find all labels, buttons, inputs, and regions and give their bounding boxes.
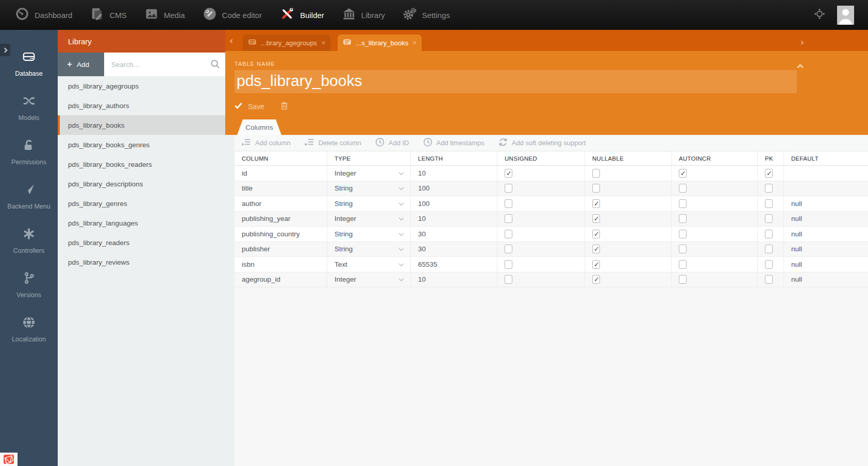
cell-default[interactable]: [784, 181, 868, 196]
autoincr-checkbox[interactable]: [679, 214, 687, 223]
nullable-checkbox[interactable]: [592, 275, 600, 284]
collapse-panel-button[interactable]: [798, 63, 803, 71]
unsigned-checkbox[interactable]: [505, 275, 512, 284]
cell-default[interactable]: null: [784, 196, 868, 211]
cell-length[interactable]: 100: [411, 181, 497, 196]
unsigned-checkbox[interactable]: [505, 260, 512, 269]
pk-checkbox[interactable]: [765, 214, 773, 223]
autoincr-checkbox[interactable]: [679, 184, 687, 193]
type-select[interactable]: String: [327, 181, 411, 196]
autoincr-checkbox[interactable]: [679, 275, 687, 284]
unsigned-checkbox[interactable]: [505, 169, 512, 178]
type-select[interactable]: Integer: [327, 212, 411, 227]
type-select[interactable]: Integer: [327, 166, 411, 181]
tab-agegroups[interactable]: ...brary_agegroups ×: [243, 34, 330, 51]
delete-column-button[interactable]: Delete column: [305, 137, 361, 148]
add-soft-delete-button[interactable]: Add soft deleting support: [498, 137, 586, 148]
cell-column-name[interactable]: agegroup_id: [235, 272, 327, 287]
pk-checkbox[interactable]: [765, 230, 773, 238]
close-icon[interactable]: ×: [321, 39, 325, 46]
list-item[interactable]: pds_library_genres: [58, 194, 225, 213]
tabs-scroll-left-button[interactable]: [228, 34, 236, 46]
unsigned-checkbox[interactable]: [505, 199, 512, 208]
sidebar-item-backend-menu[interactable]: Backend Menu: [0, 174, 58, 218]
cell-default[interactable]: null: [784, 227, 868, 241]
tab-columns[interactable]: Columns: [237, 119, 281, 135]
pk-checkbox[interactable]: [765, 169, 773, 178]
cell-column-name[interactable]: publisher: [235, 242, 327, 257]
nav-item-library[interactable]: Library: [333, 0, 394, 30]
nullable-checkbox[interactable]: [592, 214, 600, 223]
nav-item-builder[interactable]: Builder: [271, 0, 333, 30]
autoincr-checkbox[interactable]: [679, 199, 687, 208]
cell-length[interactable]: 100: [411, 196, 497, 211]
cell-length[interactable]: 30: [411, 227, 497, 241]
autoincr-checkbox[interactable]: [679, 230, 687, 238]
cell-length[interactable]: 30: [411, 242, 497, 257]
list-item[interactable]: pds_library_reviews: [58, 252, 225, 272]
autoincr-checkbox[interactable]: [679, 169, 687, 178]
nav-item-media[interactable]: Media: [136, 0, 194, 30]
unsigned-checkbox[interactable]: [505, 230, 512, 238]
close-icon[interactable]: ×: [412, 39, 416, 46]
cell-default[interactable]: null: [784, 242, 868, 257]
sidebar-item-permissions[interactable]: Permissions: [0, 130, 58, 174]
nullable-checkbox[interactable]: [592, 169, 600, 178]
cell-column-name[interactable]: title: [235, 181, 327, 196]
crosshair-icon[interactable]: [813, 8, 826, 22]
type-select[interactable]: String: [327, 242, 411, 257]
pk-checkbox[interactable]: [765, 275, 773, 284]
cell-column-name[interactable]: isbn: [235, 257, 327, 272]
type-select[interactable]: String: [327, 227, 411, 241]
nullable-checkbox[interactable]: [592, 230, 600, 238]
autoincr-checkbox[interactable]: [679, 260, 687, 269]
unsigned-checkbox[interactable]: [505, 184, 512, 193]
cell-default[interactable]: null: [784, 212, 868, 227]
list-item[interactable]: pds_library_books_readers: [58, 154, 225, 174]
unsigned-checkbox[interactable]: [505, 214, 512, 223]
nullable-checkbox[interactable]: [592, 260, 600, 269]
sidebar-item-models[interactable]: Models: [0, 85, 58, 130]
cell-default[interactable]: null: [784, 272, 868, 287]
nav-item-code-editor[interactable]: Code editor: [194, 0, 271, 30]
type-select[interactable]: Text: [327, 257, 411, 272]
nav-item-settings[interactable]: Settings: [394, 0, 459, 30]
pk-checkbox[interactable]: [765, 184, 773, 193]
cell-column-name[interactable]: publishing_country: [235, 227, 327, 241]
cell-length[interactable]: 10: [411, 166, 497, 181]
cell-default[interactable]: [784, 166, 868, 181]
nullable-checkbox[interactable]: [592, 245, 600, 253]
add-column-button[interactable]: Add column: [241, 137, 291, 148]
search-input[interactable]: [104, 53, 225, 76]
sidebar-item-controllers[interactable]: Controllers: [0, 218, 58, 263]
cell-default[interactable]: null: [784, 257, 868, 272]
tabs-scroll-right-button[interactable]: [798, 36, 806, 48]
list-item-selected[interactable]: pds_library_books: [58, 115, 225, 135]
nav-item-cms[interactable]: CMS: [81, 0, 135, 30]
add-id-button[interactable]: Add ID: [375, 137, 409, 148]
pk-checkbox[interactable]: [765, 199, 773, 208]
nav-item-dashboard[interactable]: Dashboard: [6, 0, 81, 30]
nullable-checkbox[interactable]: [592, 184, 600, 193]
cell-column-name[interactable]: id: [235, 166, 327, 181]
type-select[interactable]: Integer: [327, 272, 411, 287]
nullable-checkbox[interactable]: [592, 199, 600, 208]
cell-column-name[interactable]: publishing_year: [235, 212, 327, 227]
cell-column-name[interactable]: author: [235, 196, 327, 211]
sidebar-item-localization[interactable]: Localization: [0, 307, 58, 351]
type-select[interactable]: String: [327, 196, 411, 211]
add-table-button[interactable]: + Add: [58, 53, 104, 76]
table-name-input[interactable]: [235, 70, 797, 93]
cell-length[interactable]: 10: [411, 212, 497, 227]
autoincr-checkbox[interactable]: [679, 245, 687, 253]
avatar[interactable]: [837, 6, 854, 25]
pk-checkbox[interactable]: [765, 260, 773, 269]
add-timestamps-button[interactable]: Add timestamps: [423, 137, 485, 148]
cell-length[interactable]: 65535: [411, 257, 497, 272]
tab-books[interactable]: ...s_library_books ×: [338, 34, 422, 51]
sidebar-item-versions[interactable]: Versions: [0, 263, 58, 307]
pk-checkbox[interactable]: [765, 245, 773, 253]
list-item[interactable]: pds_library_authors: [58, 96, 225, 115]
list-item[interactable]: pds_library_descriptions: [58, 174, 225, 194]
list-item[interactable]: pds_library_agegroups: [58, 76, 225, 96]
